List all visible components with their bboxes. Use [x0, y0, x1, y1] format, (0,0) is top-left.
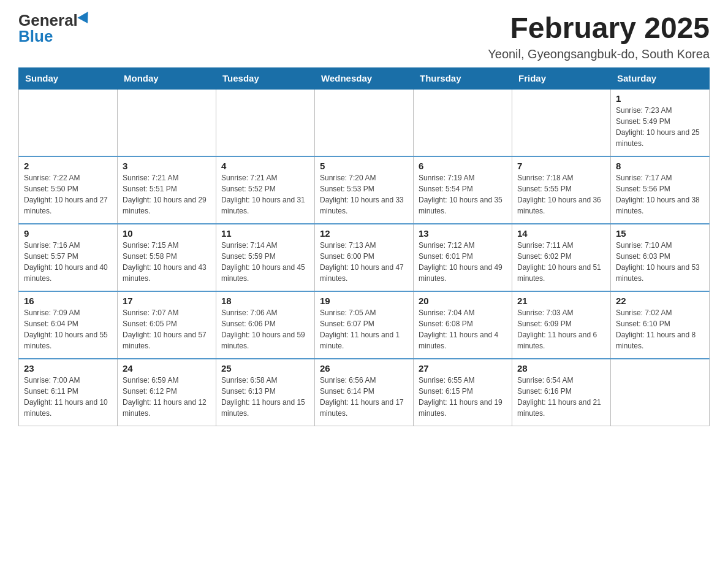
day-info: Sunrise: 7:18 AM Sunset: 5:55 PM Dayligh… — [517, 172, 605, 216]
day-number: 12 — [320, 228, 408, 239]
day-info: Sunrise: 7:17 AM Sunset: 5:56 PM Dayligh… — [616, 172, 704, 216]
day-info: Sunrise: 7:05 AM Sunset: 6:07 PM Dayligh… — [320, 307, 408, 351]
calendar-cell: 27Sunrise: 6:55 AM Sunset: 6:15 PM Dayli… — [414, 359, 512, 426]
day-info: Sunrise: 7:15 AM Sunset: 5:58 PM Dayligh… — [123, 240, 211, 284]
day-info: Sunrise: 7:00 AM Sunset: 6:11 PM Dayligh… — [24, 375, 112, 419]
calendar-cell: 5Sunrise: 7:20 AM Sunset: 5:53 PM Daylig… — [315, 156, 414, 224]
day-info: Sunrise: 7:09 AM Sunset: 6:04 PM Dayligh… — [24, 307, 112, 351]
day-number: 13 — [419, 228, 507, 239]
day-info: Sunrise: 6:54 AM Sunset: 6:16 PM Dayligh… — [517, 375, 605, 419]
day-number: 6 — [419, 161, 507, 171]
calendar-cell: 21Sunrise: 7:03 AM Sunset: 6:09 PM Dayli… — [512, 291, 611, 359]
day-info: Sunrise: 7:04 AM Sunset: 6:08 PM Dayligh… — [419, 307, 507, 351]
day-info: Sunrise: 7:12 AM Sunset: 6:01 PM Dayligh… — [419, 240, 507, 284]
calendar-cell: 24Sunrise: 6:59 AM Sunset: 6:12 PM Dayli… — [118, 359, 216, 426]
day-info: Sunrise: 7:10 AM Sunset: 6:03 PM Dayligh… — [616, 240, 704, 284]
day-header-friday: Friday — [512, 67, 611, 89]
day-number: 7 — [517, 161, 605, 171]
calendar-cell: 8Sunrise: 7:17 AM Sunset: 5:56 PM Daylig… — [611, 156, 710, 224]
calendar-cell: 23Sunrise: 7:00 AM Sunset: 6:11 PM Dayli… — [19, 359, 118, 426]
logo-triangle-icon — [77, 12, 93, 26]
calendar-cell — [315, 89, 414, 156]
day-number: 3 — [123, 161, 211, 171]
calendar-cell: 9Sunrise: 7:16 AM Sunset: 5:57 PM Daylig… — [19, 224, 118, 291]
calendar-cell: 20Sunrise: 7:04 AM Sunset: 6:08 PM Dayli… — [414, 291, 512, 359]
day-info: Sunrise: 7:06 AM Sunset: 6:06 PM Dayligh… — [221, 307, 309, 351]
calendar-cell: 17Sunrise: 7:07 AM Sunset: 6:05 PM Dayli… — [118, 291, 216, 359]
day-number: 4 — [221, 161, 309, 171]
calendar-cell: 3Sunrise: 7:21 AM Sunset: 5:51 PM Daylig… — [118, 156, 216, 224]
calendar-cell — [19, 89, 118, 156]
day-number: 15 — [616, 228, 704, 239]
calendar-cell: 26Sunrise: 6:56 AM Sunset: 6:14 PM Dayli… — [315, 359, 414, 426]
day-number: 17 — [123, 296, 211, 306]
day-number: 24 — [123, 363, 211, 373]
day-number: 2 — [24, 161, 112, 171]
day-number: 22 — [616, 296, 704, 306]
day-number: 9 — [24, 228, 112, 239]
day-info: Sunrise: 7:03 AM Sunset: 6:09 PM Dayligh… — [517, 307, 605, 351]
day-number: 20 — [419, 296, 507, 306]
calendar-cell: 12Sunrise: 7:13 AM Sunset: 6:00 PM Dayli… — [315, 224, 414, 291]
day-info: Sunrise: 7:16 AM Sunset: 5:57 PM Dayligh… — [24, 240, 112, 284]
day-number: 27 — [419, 363, 507, 373]
day-info: Sunrise: 7:19 AM Sunset: 5:54 PM Dayligh… — [419, 172, 507, 216]
logo-blue-text: Blue — [18, 28, 53, 44]
day-number: 21 — [517, 296, 605, 306]
day-header-thursday: Thursday — [414, 67, 512, 89]
calendar-cell: 18Sunrise: 7:06 AM Sunset: 6:06 PM Dayli… — [216, 291, 315, 359]
day-info: Sunrise: 6:56 AM Sunset: 6:14 PM Dayligh… — [320, 375, 408, 419]
calendar-cell: 7Sunrise: 7:18 AM Sunset: 5:55 PM Daylig… — [512, 156, 611, 224]
calendar-cell — [216, 89, 315, 156]
day-number: 14 — [517, 228, 605, 239]
calendar-cell: 19Sunrise: 7:05 AM Sunset: 6:07 PM Dayli… — [315, 291, 414, 359]
day-info: Sunrise: 7:11 AM Sunset: 6:02 PM Dayligh… — [517, 240, 605, 284]
day-info: Sunrise: 7:21 AM Sunset: 5:52 PM Dayligh… — [221, 172, 309, 216]
calendar-cell: 13Sunrise: 7:12 AM Sunset: 6:01 PM Dayli… — [414, 224, 512, 291]
calendar-header-row: SundayMondayTuesdayWednesdayThursdayFrid… — [19, 67, 710, 89]
calendar-cell: 28Sunrise: 6:54 AM Sunset: 6:16 PM Dayli… — [512, 359, 611, 426]
calendar-table: SundayMondayTuesdayWednesdayThursdayFrid… — [18, 67, 710, 427]
day-info: Sunrise: 7:22 AM Sunset: 5:50 PM Dayligh… — [24, 172, 112, 216]
calendar-cell — [414, 89, 512, 156]
day-info: Sunrise: 6:58 AM Sunset: 6:13 PM Dayligh… — [221, 375, 309, 419]
day-header-tuesday: Tuesday — [216, 67, 315, 89]
calendar-cell: 6Sunrise: 7:19 AM Sunset: 5:54 PM Daylig… — [414, 156, 512, 224]
day-info: Sunrise: 7:14 AM Sunset: 5:59 PM Dayligh… — [221, 240, 309, 284]
calendar-cell: 10Sunrise: 7:15 AM Sunset: 5:58 PM Dayli… — [118, 224, 216, 291]
day-number: 10 — [123, 228, 211, 239]
day-number: 16 — [24, 296, 112, 306]
day-header-saturday: Saturday — [611, 67, 710, 89]
calendar-cell — [118, 89, 216, 156]
calendar-cell: 25Sunrise: 6:58 AM Sunset: 6:13 PM Dayli… — [216, 359, 315, 426]
calendar-cell: 4Sunrise: 7:21 AM Sunset: 5:52 PM Daylig… — [216, 156, 315, 224]
calendar-week-3: 9Sunrise: 7:16 AM Sunset: 5:57 PM Daylig… — [19, 224, 710, 291]
calendar-cell: 15Sunrise: 7:10 AM Sunset: 6:03 PM Dayli… — [611, 224, 710, 291]
day-number: 26 — [320, 363, 408, 373]
day-header-wednesday: Wednesday — [315, 67, 414, 89]
title-block: February 2025 Yeonil, Gyeongsangbuk-do, … — [488, 12, 710, 61]
month-title: February 2025 — [488, 12, 710, 45]
day-info: Sunrise: 7:20 AM Sunset: 5:53 PM Dayligh… — [320, 172, 408, 216]
day-number: 5 — [320, 161, 408, 171]
day-info: Sunrise: 7:02 AM Sunset: 6:10 PM Dayligh… — [616, 307, 704, 351]
calendar-week-1: 1Sunrise: 7:23 AM Sunset: 5:49 PM Daylig… — [19, 89, 710, 156]
day-info: Sunrise: 7:21 AM Sunset: 5:51 PM Dayligh… — [123, 172, 211, 216]
calendar-cell — [512, 89, 611, 156]
day-header-monday: Monday — [118, 67, 216, 89]
day-info: Sunrise: 7:23 AM Sunset: 5:49 PM Dayligh… — [616, 105, 704, 149]
logo: General Blue — [18, 12, 91, 44]
day-number: 1 — [616, 93, 704, 104]
day-info: Sunrise: 7:13 AM Sunset: 6:00 PM Dayligh… — [320, 240, 408, 284]
calendar-cell: 14Sunrise: 7:11 AM Sunset: 6:02 PM Dayli… — [512, 224, 611, 291]
calendar-week-4: 16Sunrise: 7:09 AM Sunset: 6:04 PM Dayli… — [19, 291, 710, 359]
calendar-cell: 1Sunrise: 7:23 AM Sunset: 5:49 PM Daylig… — [611, 89, 710, 156]
calendar-cell: 2Sunrise: 7:22 AM Sunset: 5:50 PM Daylig… — [19, 156, 118, 224]
location-title: Yeonil, Gyeongsangbuk-do, South Korea — [488, 47, 710, 61]
day-number: 23 — [24, 363, 112, 373]
day-info: Sunrise: 7:07 AM Sunset: 6:05 PM Dayligh… — [123, 307, 211, 351]
logo-general-text: General — [18, 12, 78, 28]
day-header-sunday: Sunday — [19, 67, 118, 89]
page-header: General Blue February 2025 Yeonil, Gyeon… — [18, 12, 710, 61]
calendar-cell — [611, 359, 710, 426]
